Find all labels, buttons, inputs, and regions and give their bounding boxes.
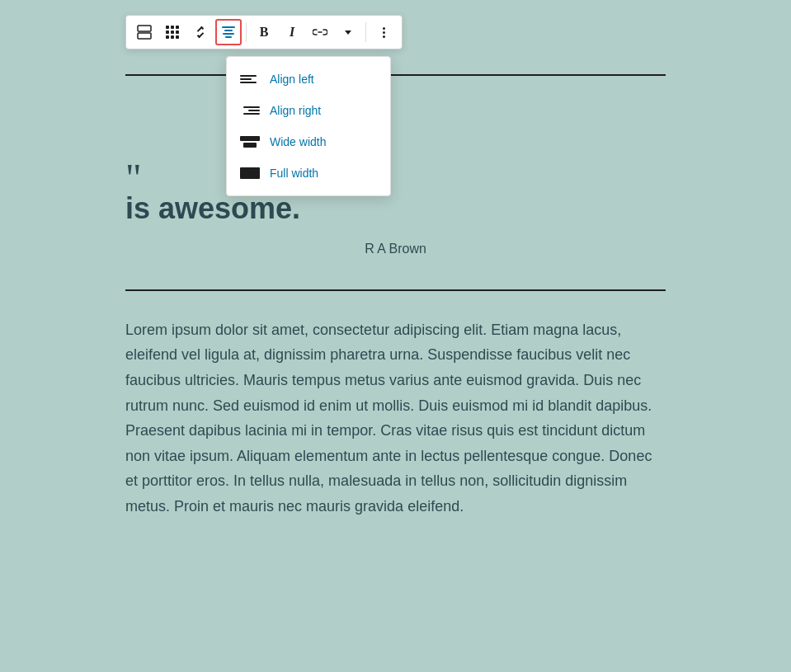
italic-button[interactable]: I [279, 19, 305, 45]
page-wrapper: B I [0, 0, 791, 672]
quote-text: is awesome. [125, 190, 666, 228]
chevron-updown-button[interactable] [187, 19, 214, 45]
quote-author: R A Brown [125, 242, 666, 256]
svg-rect-1 [138, 33, 151, 39]
svg-rect-0 [138, 26, 151, 31]
bold-icon: B [260, 25, 269, 40]
bold-button[interactable]: B [251, 19, 277, 45]
chevron-updown-icon [197, 28, 204, 36]
toolbar-divider-1 [246, 22, 247, 42]
more-options-button[interactable] [370, 19, 397, 45]
italic-icon: I [290, 25, 294, 40]
grid-button[interactable] [159, 19, 186, 45]
align-right-label: Align right [270, 104, 321, 117]
link-icon [313, 27, 327, 37]
more-options-icon [383, 27, 385, 38]
wide-width-label: Wide width [270, 135, 326, 148]
grid-icon [164, 24, 181, 40]
body-text: Lorem ipsum dolor sit amet, consectetur … [125, 317, 666, 519]
align-center-button[interactable] [215, 19, 242, 45]
align-left-icon [240, 72, 260, 87]
chevron-down-icon [345, 31, 351, 35]
link-button[interactable] [307, 19, 333, 45]
middle-divider [125, 289, 666, 291]
wide-width-icon [240, 134, 260, 149]
align-center-icon [220, 25, 237, 40]
alignment-dropdown: Align left Align right Wide width Full [226, 56, 391, 196]
block-toolbar: B I [125, 15, 403, 49]
full-width-item[interactable]: Full width [227, 157, 390, 189]
align-right-icon [240, 103, 260, 118]
align-left-label: Align left [270, 73, 314, 86]
toolbar-divider-2 [365, 22, 366, 42]
wide-width-item[interactable]: Wide width [227, 126, 390, 157]
align-right-item[interactable]: Align right [227, 95, 390, 126]
align-left-item[interactable]: Align left [227, 63, 390, 95]
full-width-label: Full width [270, 167, 318, 180]
full-width-icon [240, 166, 260, 181]
layout-button[interactable] [131, 19, 158, 45]
content-area: " is awesome. R A Brown Lorem ipsum dolo… [0, 76, 791, 519]
formatting-more-button[interactable] [335, 19, 361, 45]
